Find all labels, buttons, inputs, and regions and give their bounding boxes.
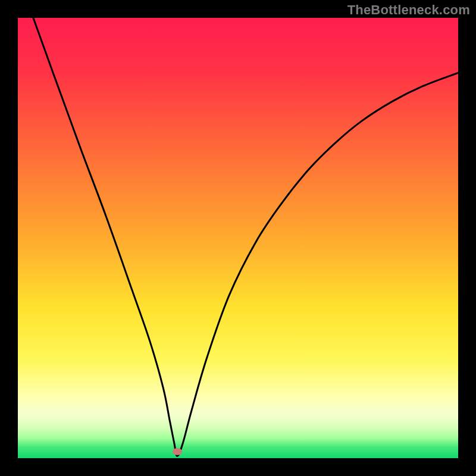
optimal-point-marker (173, 448, 182, 455)
bottleneck-curve (18, 18, 458, 458)
watermark-text: TheBottleneck.com (347, 2, 470, 18)
chart-frame: TheBottleneck.com (0, 0, 476, 476)
plot-area (18, 18, 458, 458)
